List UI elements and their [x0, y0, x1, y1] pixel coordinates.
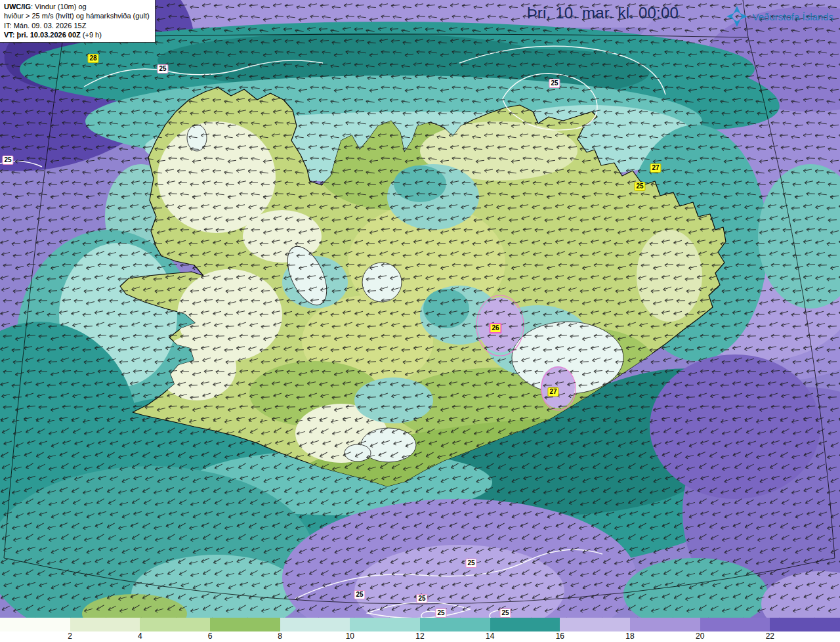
model-info-box: UWC/IG: Vindur (10m) og hviður > 25 m/s …	[0, 0, 156, 43]
colorbar-segment	[490, 618, 560, 631]
wind-map-svg	[0, 0, 840, 618]
colorbar-segment	[700, 618, 770, 631]
colorbar-segment	[420, 618, 490, 631]
colorbar-tick: 22	[766, 631, 774, 641]
brand-name: Veðurstofa Íslands	[753, 11, 833, 22]
colorbar-tick: 14	[486, 631, 494, 641]
colorbar-segment	[770, 618, 840, 631]
colorbar-tick: 12	[415, 631, 424, 641]
colorbar-tick: 4	[138, 631, 142, 641]
colorbar-ticks: 246810121416182022	[0, 631, 840, 642]
colorbar-segment	[560, 618, 630, 631]
colorbar-segment	[0, 618, 70, 631]
vedurstofa-logo-icon	[726, 5, 748, 28]
info-line-3: IT: Mán. 09. 03. 2026 15Z	[4, 21, 150, 30]
wind-arrows-layer	[0, 0, 840, 618]
info-line-1: UWC/IG: Vindur (10m) og	[4, 2, 150, 11]
colorbar-tick: 10	[346, 631, 354, 641]
colorbar-tick: 18	[625, 631, 634, 641]
wind-map	[0, 0, 840, 618]
colorbar-tick: 20	[696, 631, 704, 641]
colorbar-tick: 16	[556, 631, 564, 641]
colorbar-segments	[0, 618, 840, 631]
colorbar-segment	[630, 618, 700, 631]
colorbar-tick: 8	[278, 631, 282, 641]
colorbar-segment	[210, 618, 280, 631]
colorbar: 246810121416182022	[0, 618, 840, 642]
valid-time-label: Þri. 10. mar. kl. 00:00	[527, 4, 679, 22]
colorbar-segment	[280, 618, 350, 631]
colorbar-tick: 6	[208, 631, 213, 641]
info-line-4: VT: þri. 10.03.2026 00Z (+9 h)	[4, 30, 150, 39]
brand: Veðurstofa Íslands	[726, 5, 833, 28]
colorbar-segment	[140, 618, 210, 631]
colorbar-segment	[70, 618, 140, 631]
colorbar-tick: 2	[68, 631, 72, 641]
info-line-2: hviður > 25 m/s (hvítt) og hámarkshviða …	[4, 11, 150, 20]
colorbar-segment	[350, 618, 420, 631]
